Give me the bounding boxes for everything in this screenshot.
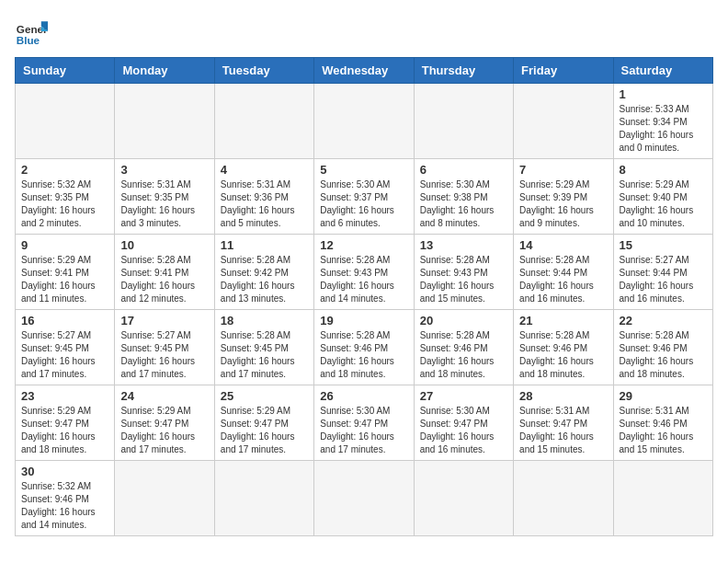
day-info: Sunrise: 5:28 AM Sunset: 9:46 PM Dayligh… bbox=[519, 329, 607, 381]
day-info: Sunrise: 5:29 AM Sunset: 9:39 PM Dayligh… bbox=[519, 178, 607, 230]
day-info: Sunrise: 5:31 AM Sunset: 9:35 PM Dayligh… bbox=[120, 178, 208, 230]
day-info: Sunrise: 5:30 AM Sunset: 9:38 PM Dayligh… bbox=[420, 178, 507, 230]
day-number: 8 bbox=[620, 163, 707, 177]
day-number: 29 bbox=[620, 389, 707, 403]
day-cell: 24Sunrise: 5:29 AM Sunset: 9:47 PM Dayli… bbox=[115, 385, 214, 461]
day-number: 10 bbox=[120, 238, 208, 252]
day-info: Sunrise: 5:27 AM Sunset: 9:44 PM Dayligh… bbox=[620, 254, 707, 305]
day-number: 30 bbox=[21, 465, 108, 478]
day-number: 5 bbox=[320, 163, 407, 177]
day-info: Sunrise: 5:30 AM Sunset: 9:47 PM Dayligh… bbox=[320, 405, 407, 456]
day-number: 7 bbox=[519, 163, 607, 177]
day-cell: 15Sunrise: 5:27 AM Sunset: 9:44 PM Dayli… bbox=[613, 235, 712, 310]
day-number: 27 bbox=[420, 389, 507, 403]
week-row-3: 9Sunrise: 5:29 AM Sunset: 9:41 PM Daylig… bbox=[16, 235, 713, 310]
day-number: 22 bbox=[620, 314, 707, 327]
weekday-header-tuesday: Tuesday bbox=[214, 58, 313, 84]
logo: General Blue bbox=[15, 15, 48, 48]
day-cell: 25Sunrise: 5:29 AM Sunset: 9:47 PM Dayli… bbox=[214, 385, 313, 461]
day-info: Sunrise: 5:29 AM Sunset: 9:47 PM Dayligh… bbox=[21, 405, 108, 456]
day-cell: 14Sunrise: 5:28 AM Sunset: 9:44 PM Dayli… bbox=[514, 235, 613, 310]
day-info: Sunrise: 5:29 AM Sunset: 9:47 PM Dayligh… bbox=[221, 405, 308, 456]
day-number: 18 bbox=[221, 314, 308, 327]
day-info: Sunrise: 5:28 AM Sunset: 9:41 PM Dayligh… bbox=[120, 254, 208, 305]
day-cell: 3Sunrise: 5:31 AM Sunset: 9:35 PM Daylig… bbox=[115, 159, 214, 235]
day-cell: 28Sunrise: 5:31 AM Sunset: 9:47 PM Dayli… bbox=[514, 385, 613, 461]
day-info: Sunrise: 5:28 AM Sunset: 9:45 PM Dayligh… bbox=[221, 329, 308, 381]
day-cell: 2Sunrise: 5:32 AM Sunset: 9:35 PM Daylig… bbox=[16, 159, 115, 235]
calendar-table: SundayMondayTuesdayWednesdayThursdayFrid… bbox=[15, 57, 713, 536]
day-cell bbox=[115, 84, 214, 159]
day-cell: 8Sunrise: 5:29 AM Sunset: 9:40 PM Daylig… bbox=[613, 159, 712, 235]
day-cell: 6Sunrise: 5:30 AM Sunset: 9:38 PM Daylig… bbox=[414, 159, 513, 235]
day-cell: 19Sunrise: 5:28 AM Sunset: 9:46 PM Dayli… bbox=[314, 310, 414, 385]
day-cell: 12Sunrise: 5:28 AM Sunset: 9:43 PM Dayli… bbox=[314, 235, 414, 310]
day-cell bbox=[414, 461, 513, 536]
day-cell: 22Sunrise: 5:28 AM Sunset: 9:46 PM Dayli… bbox=[613, 310, 712, 385]
day-info: Sunrise: 5:28 AM Sunset: 9:44 PM Dayligh… bbox=[519, 254, 607, 305]
week-row-6: 30Sunrise: 5:32 AM Sunset: 9:46 PM Dayli… bbox=[16, 461, 713, 536]
day-cell: 30Sunrise: 5:32 AM Sunset: 9:46 PM Dayli… bbox=[16, 461, 115, 536]
weekday-header-thursday: Thursday bbox=[414, 58, 513, 84]
day-info: Sunrise: 5:30 AM Sunset: 9:47 PM Dayligh… bbox=[420, 405, 507, 456]
day-info: Sunrise: 5:28 AM Sunset: 9:46 PM Dayligh… bbox=[420, 329, 507, 381]
svg-text:Blue: Blue bbox=[17, 34, 40, 46]
day-number: 2 bbox=[21, 163, 108, 177]
week-row-1: 1Sunrise: 5:33 AM Sunset: 9:34 PM Daylig… bbox=[16, 84, 713, 159]
day-cell: 27Sunrise: 5:30 AM Sunset: 9:47 PM Dayli… bbox=[414, 385, 513, 461]
day-info: Sunrise: 5:28 AM Sunset: 9:46 PM Dayligh… bbox=[620, 329, 707, 381]
day-cell bbox=[16, 84, 115, 159]
day-cell bbox=[214, 84, 313, 159]
page-header: General Blue bbox=[15, 15, 713, 48]
day-cell bbox=[414, 84, 513, 159]
weekday-header-friday: Friday bbox=[514, 58, 613, 84]
day-number: 24 bbox=[120, 389, 208, 403]
day-cell bbox=[214, 461, 313, 536]
day-info: Sunrise: 5:28 AM Sunset: 9:42 PM Dayligh… bbox=[221, 254, 308, 305]
day-cell: 26Sunrise: 5:30 AM Sunset: 9:47 PM Dayli… bbox=[314, 385, 414, 461]
day-cell: 5Sunrise: 5:30 AM Sunset: 9:37 PM Daylig… bbox=[314, 159, 414, 235]
day-cell: 21Sunrise: 5:28 AM Sunset: 9:46 PM Dayli… bbox=[514, 310, 613, 385]
day-info: Sunrise: 5:29 AM Sunset: 9:41 PM Dayligh… bbox=[21, 254, 108, 305]
day-number: 23 bbox=[21, 389, 108, 403]
day-number: 14 bbox=[519, 238, 607, 252]
day-number: 1 bbox=[620, 87, 707, 101]
day-number: 11 bbox=[221, 238, 308, 252]
day-cell: 4Sunrise: 5:31 AM Sunset: 9:36 PM Daylig… bbox=[214, 159, 313, 235]
day-cell: 16Sunrise: 5:27 AM Sunset: 9:45 PM Dayli… bbox=[16, 310, 115, 385]
day-number: 17 bbox=[120, 314, 208, 327]
day-info: Sunrise: 5:31 AM Sunset: 9:46 PM Dayligh… bbox=[620, 405, 707, 456]
day-number: 9 bbox=[21, 238, 108, 252]
day-number: 12 bbox=[320, 238, 407, 252]
weekday-header-sunday: Sunday bbox=[16, 58, 115, 84]
day-cell bbox=[514, 84, 613, 159]
day-number: 25 bbox=[221, 389, 308, 403]
day-info: Sunrise: 5:33 AM Sunset: 9:34 PM Dayligh… bbox=[620, 103, 707, 155]
day-number: 21 bbox=[519, 314, 607, 327]
day-cell bbox=[314, 84, 414, 159]
day-info: Sunrise: 5:27 AM Sunset: 9:45 PM Dayligh… bbox=[120, 329, 208, 381]
day-cell: 11Sunrise: 5:28 AM Sunset: 9:42 PM Dayli… bbox=[214, 235, 313, 310]
day-cell: 13Sunrise: 5:28 AM Sunset: 9:43 PM Dayli… bbox=[414, 235, 513, 310]
day-cell: 20Sunrise: 5:28 AM Sunset: 9:46 PM Dayli… bbox=[414, 310, 513, 385]
logo-icon: General Blue bbox=[15, 15, 48, 48]
day-number: 26 bbox=[320, 389, 407, 403]
day-cell: 23Sunrise: 5:29 AM Sunset: 9:47 PM Dayli… bbox=[16, 385, 115, 461]
day-info: Sunrise: 5:28 AM Sunset: 9:46 PM Dayligh… bbox=[320, 329, 407, 381]
day-cell: 1Sunrise: 5:33 AM Sunset: 9:34 PM Daylig… bbox=[613, 84, 712, 159]
day-info: Sunrise: 5:32 AM Sunset: 9:35 PM Dayligh… bbox=[21, 178, 108, 230]
day-info: Sunrise: 5:32 AM Sunset: 9:46 PM Dayligh… bbox=[21, 480, 108, 532]
day-info: Sunrise: 5:27 AM Sunset: 9:45 PM Dayligh… bbox=[21, 329, 108, 381]
day-number: 15 bbox=[620, 238, 707, 252]
day-info: Sunrise: 5:28 AM Sunset: 9:43 PM Dayligh… bbox=[420, 254, 507, 305]
day-cell bbox=[314, 461, 414, 536]
day-cell bbox=[115, 461, 214, 536]
day-info: Sunrise: 5:29 AM Sunset: 9:40 PM Dayligh… bbox=[620, 178, 707, 230]
day-number: 3 bbox=[120, 163, 208, 177]
day-cell: 29Sunrise: 5:31 AM Sunset: 9:46 PM Dayli… bbox=[613, 385, 712, 461]
day-info: Sunrise: 5:30 AM Sunset: 9:37 PM Dayligh… bbox=[320, 178, 407, 230]
day-cell: 9Sunrise: 5:29 AM Sunset: 9:41 PM Daylig… bbox=[16, 235, 115, 310]
week-row-2: 2Sunrise: 5:32 AM Sunset: 9:35 PM Daylig… bbox=[16, 159, 713, 235]
weekday-header-monday: Monday bbox=[115, 58, 214, 84]
day-cell: 17Sunrise: 5:27 AM Sunset: 9:45 PM Dayli… bbox=[115, 310, 214, 385]
